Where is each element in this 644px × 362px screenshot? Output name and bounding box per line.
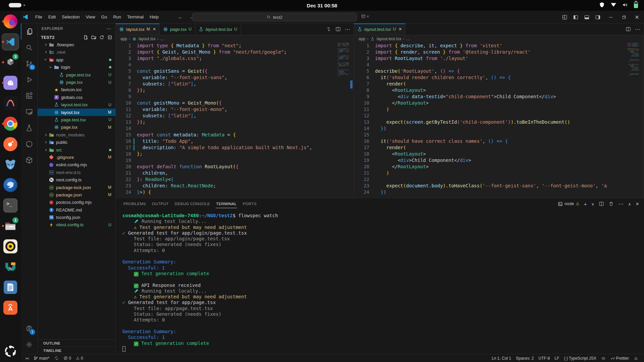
dock-item-chrome[interactable] bbox=[2, 115, 19, 132]
layout-grid-icon[interactable] bbox=[560, 13, 569, 21]
status-errors[interactable]: 0 bbox=[61, 354, 74, 362]
status-utf-8[interactable]: UTF-8 bbox=[536, 354, 552, 362]
tree-item-page.tsx[interactable]: page.tsxU bbox=[38, 78, 116, 86]
code-editor[interactable]: 1import { describe, it, expect } from 'v… bbox=[354, 43, 644, 198]
panel-right-icon[interactable] bbox=[593, 13, 602, 21]
timeline-section[interactable]: TIMELINE bbox=[38, 347, 116, 354]
activity-search[interactable] bbox=[21, 40, 38, 56]
compare-icon[interactable] bbox=[326, 26, 331, 32]
menu-file[interactable]: File bbox=[32, 13, 45, 21]
dock-item-postman[interactable] bbox=[2, 135, 19, 153]
workspace-indicator[interactable] bbox=[9, 3, 25, 7]
tree-item-eslint.config.mjs[interactable]: eslint.config.mjs bbox=[38, 161, 116, 169]
tree-item-vitest.config.ts[interactable]: vitest.config.tsU bbox=[38, 221, 116, 229]
close-icon[interactable]: ✕ bbox=[633, 13, 641, 21]
back-button[interactable]: ← bbox=[178, 14, 183, 20]
tree-item-next-env.d.ts[interactable]: TSnext-env.d.ts bbox=[38, 169, 116, 176]
panel-bottom-icon[interactable] bbox=[582, 13, 591, 21]
tree-item-.next[interactable]: N.next bbox=[38, 49, 116, 56]
breadcrumb-part[interactable]: … bbox=[406, 37, 410, 41]
breadcrumb[interactable]: app›layout.tsx›… bbox=[116, 35, 354, 43]
more-icon[interactable]: ⋯ bbox=[618, 201, 624, 207]
panel-left-icon[interactable] bbox=[571, 13, 580, 21]
menu-selection[interactable]: Selection bbox=[59, 13, 83, 21]
dock-item-terminal[interactable]: >_ bbox=[2, 197, 19, 214]
tree-item-.flowspec[interactable]: .flowspec bbox=[38, 41, 116, 48]
menu-help[interactable]: Help bbox=[147, 13, 162, 21]
split-icon[interactable] bbox=[626, 26, 631, 32]
activity-files[interactable] bbox=[21, 23, 38, 40]
more-icon[interactable]: ⋯ bbox=[345, 26, 350, 33]
split-icon[interactable] bbox=[599, 201, 604, 206]
status-remote-indicator[interactable]: >< bbox=[23, 354, 31, 362]
panel-tab-problems[interactable]: PROBLEMS bbox=[120, 198, 149, 209]
terminal-output[interactable]: cosmah@cosmah-Latitude-7480:~/NGO/test2$… bbox=[116, 212, 639, 354]
activity-testing[interactable] bbox=[21, 120, 38, 136]
editor-layout-icon[interactable] bbox=[361, 14, 366, 19]
tree-item-src[interactable]: </>src bbox=[38, 146, 116, 154]
dock-item-app-center[interactable] bbox=[2, 299, 19, 316]
tab-page.tsx[interactable]: page.tsxU bbox=[160, 23, 195, 35]
dock-item-file-manager[interactable]: 1 bbox=[2, 217, 19, 235]
menu-go[interactable]: Go bbox=[98, 13, 110, 21]
status--typescript-jsx[interactable]: { } TypeScript JSX bbox=[561, 354, 599, 362]
breadcrumb[interactable]: app›layout.test.tsx›… bbox=[354, 35, 644, 43]
terminal-profile[interactable]: node⚠ bbox=[558, 201, 579, 206]
tree-item-public[interactable]: public bbox=[38, 138, 116, 146]
plus-icon[interactable]: + bbox=[584, 201, 587, 207]
status-lf[interactable]: LF bbox=[552, 354, 561, 362]
breadcrumb-part[interactable]: app bbox=[359, 37, 365, 41]
tree-item-postcss.config.mjs[interactable]: postcss.config.mjs bbox=[38, 199, 116, 206]
tree-item-package-lock.json[interactable]: JSpackage-lock.jsonM bbox=[38, 184, 116, 191]
menu-terminal[interactable]: Terminal bbox=[124, 13, 147, 21]
tree-item-.gitignore[interactable]: .gitignoreM bbox=[38, 154, 116, 161]
dock-item-rhythmbox[interactable] bbox=[2, 238, 19, 255]
refresh-icon[interactable] bbox=[99, 35, 104, 40]
tab-layout.tsx[interactable]: layout.tsxM✕ bbox=[116, 23, 160, 35]
status-git-branch[interactable]: main* bbox=[31, 354, 52, 362]
tree-item-README.md[interactable]: iREADME.md bbox=[38, 206, 116, 214]
dock-item-thunderbird[interactable] bbox=[2, 176, 19, 194]
menu-run[interactable]: Run bbox=[110, 13, 124, 21]
trash-icon[interactable] bbox=[608, 201, 614, 206]
dock-item-arc[interactable] bbox=[2, 95, 19, 112]
breadcrumb-part[interactable]: … bbox=[160, 37, 164, 41]
battery-icon[interactable] bbox=[634, 2, 638, 8]
tree-root[interactable]: TEST2 bbox=[38, 34, 116, 41]
panel-tab-ports[interactable]: PORTS bbox=[240, 198, 260, 209]
status-bell[interactable] bbox=[631, 354, 641, 362]
activity-run-debug[interactable] bbox=[21, 72, 38, 88]
activity-package[interactable] bbox=[21, 152, 38, 168]
activity-extensions[interactable] bbox=[21, 88, 38, 104]
status-spaces-2[interactable]: Spaces: 2 bbox=[514, 354, 536, 362]
tab-layout.test.tsx[interactable]: layout.test.tsxU✕ bbox=[354, 23, 406, 35]
clock[interactable]: Dec 31 00:58 bbox=[307, 3, 337, 8]
new-file-icon[interactable] bbox=[83, 35, 88, 40]
outline-section[interactable]: OUTLINE bbox=[38, 339, 116, 347]
tree-item-page.test.tsx[interactable]: page.test.tsxU bbox=[38, 71, 116, 78]
tree-item-next.config.ts[interactable]: Nnext.config.ts bbox=[38, 176, 116, 183]
dock-item-show-apps[interactable] bbox=[2, 343, 19, 360]
panel-tab-output[interactable]: OUTPUT bbox=[149, 198, 172, 209]
tree-item-favicon.ico[interactable]: ★favicon.ico bbox=[38, 86, 116, 94]
activity-github[interactable] bbox=[21, 136, 38, 152]
code-editor[interactable]: 1import type { Metadata } from "next";2i… bbox=[116, 43, 354, 198]
tree-item-layout.test.tsx[interactable]: layout.test.tsxU bbox=[38, 101, 116, 109]
command-center-search[interactable]: test2 bbox=[192, 13, 357, 21]
tree-item-layout.tsx[interactable]: layout.tsxM bbox=[38, 109, 116, 116]
dock-item-libreoffice-writer[interactable] bbox=[2, 279, 19, 296]
collapse-all-icon[interactable] bbox=[107, 35, 112, 40]
panel-tab-debug-console[interactable]: DEBUG CONSOLE bbox=[172, 198, 213, 209]
minimap[interactable]: import { describe, it, expect } from 'vi… bbox=[628, 43, 639, 76]
tab-layout.test.tsx[interactable]: layout.test.tsxU bbox=[195, 23, 241, 35]
volume-icon[interactable] bbox=[622, 2, 628, 8]
dock-item-vscode[interactable] bbox=[2, 33, 19, 51]
breadcrumb-part[interactable]: app bbox=[120, 37, 127, 41]
network-icon[interactable] bbox=[611, 3, 616, 7]
breadcrumb-part[interactable]: layout.test.tsx bbox=[377, 37, 401, 41]
activity-source-control[interactable]: 11 bbox=[21, 56, 38, 72]
activity-settings-gear[interactable] bbox=[21, 337, 38, 353]
close-tab-icon[interactable]: ✕ bbox=[153, 27, 156, 32]
views-more-icon[interactable]: ⋯ bbox=[107, 26, 112, 31]
new-folder-icon[interactable] bbox=[91, 35, 96, 40]
